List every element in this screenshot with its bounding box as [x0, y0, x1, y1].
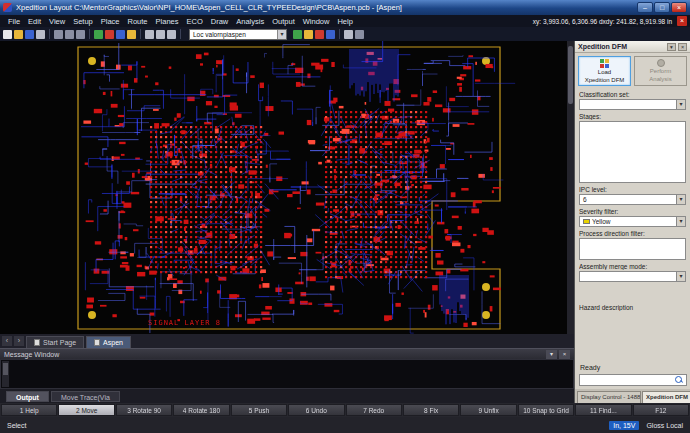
ipc-level-value: 6 [583, 196, 587, 203]
scrollbar-thumb[interactable] [568, 46, 573, 104]
chevron-down-icon[interactable]: ▾ [277, 30, 286, 39]
fkey-1-help[interactable]: 1 Help [1, 404, 57, 416]
menu-item-window[interactable]: Window [299, 17, 334, 26]
print-icon[interactable] [36, 30, 45, 39]
tab-scroll-left-icon[interactable]: ‹ [2, 336, 12, 346]
route-mode-icon[interactable] [167, 30, 176, 39]
menu-item-draw[interactable]: Draw [207, 17, 233, 26]
fkey-6-undo[interactable]: 6 Undo [288, 404, 344, 416]
window-title: Xpedition Layout C:\MentorGraphics\Valor… [16, 3, 637, 12]
pcb-design-canvas[interactable]: SIGNAL LAYER 8 [0, 41, 567, 334]
fkey-8-fix[interactable]: 8 Fix [403, 404, 459, 416]
search-icon[interactable] [675, 376, 684, 385]
undo-icon[interactable] [94, 30, 103, 39]
tab-scroll-right-icon[interactable]: › [14, 336, 24, 346]
menu-item-planes[interactable]: Planes [152, 17, 183, 26]
redo-icon[interactable] [105, 30, 114, 39]
fkey-2-move[interactable]: 2 Move [58, 404, 114, 416]
select-mode-icon[interactable] [145, 30, 154, 39]
fkey-11-find[interactable]: 11 Find... [575, 404, 631, 416]
chevron-down-icon[interactable]: ▾ [676, 195, 685, 204]
severity-filter-combo[interactable]: Yellow ▾ [579, 216, 686, 227]
menu-item-help[interactable]: Help [333, 17, 356, 26]
fkey-5-push[interactable]: 5 Push [231, 404, 287, 416]
message-window-title: Message Window [4, 351, 59, 358]
dfm-action-buttons: Load Xpedition DFM Perform Analysis [575, 53, 690, 88]
stages-listbox[interactable] [579, 121, 686, 183]
tab-xpedition-dfm[interactable]: Xpedition DFM [642, 391, 690, 403]
new-file-icon[interactable] [3, 30, 12, 39]
classification-set-combo[interactable]: ▾ [579, 99, 686, 110]
paste-icon[interactable] [76, 30, 85, 39]
pcb-render-surface[interactable] [0, 41, 567, 334]
document-tab-bar: ‹ › Start Page Aspen [0, 334, 574, 348]
tab-aspen[interactable]: Aspen [86, 336, 131, 348]
fkey-3-rotate-90[interactable]: 3 Rotate 90 [116, 404, 172, 416]
location-combo[interactable]: Loc valornpiaspen ▾ [189, 29, 287, 40]
close-button[interactable]: × [671, 2, 687, 13]
severity-filter-label: Severity filter: [579, 208, 686, 215]
ipc-level-combo[interactable]: 6 ▾ [579, 194, 686, 205]
open-icon[interactable] [14, 30, 23, 39]
tab-move-trace[interactable]: Move Trace(Via [51, 391, 120, 402]
dfm-search-box[interactable] [579, 374, 687, 386]
save-icon[interactable] [25, 30, 34, 39]
message-window-tab-bar: Output Move Trace(Via [0, 389, 574, 403]
zoom-in-icon[interactable] [116, 30, 125, 39]
maximize-button[interactable]: □ [654, 2, 670, 13]
zoom-out-icon[interactable] [127, 30, 136, 39]
menu-item-file[interactable]: File [4, 17, 24, 26]
via-icon[interactable] [326, 30, 335, 39]
units-badge: In, 15V [609, 421, 639, 430]
button-label: Perform [650, 68, 671, 75]
dfm-search-input[interactable] [580, 375, 675, 385]
move-mode-icon[interactable] [156, 30, 165, 39]
fkey-f12[interactable]: F12 [633, 404, 689, 416]
layer-label: SIGNAL LAYER 8 [148, 319, 221, 327]
close-icon[interactable]: × [678, 43, 687, 51]
minimize-button[interactable]: – [637, 2, 653, 13]
grid-toggle-icon[interactable] [344, 30, 353, 39]
menu-item-place[interactable]: Place [97, 17, 124, 26]
assembly-merge-mode-combo[interactable]: ▾ [579, 271, 686, 282]
toolbar-separator [180, 29, 181, 39]
dfm-toolbar-icon[interactable] [315, 30, 324, 39]
menu-item-edit[interactable]: Edit [24, 17, 45, 26]
menu-item-route[interactable]: Route [124, 17, 152, 26]
chevron-down-icon[interactable]: ▾ [546, 350, 557, 359]
close-icon[interactable]: × [559, 350, 570, 359]
process-direction-listbox[interactable] [579, 238, 686, 260]
layers-icon[interactable] [304, 30, 313, 39]
load-xpedition-dfm-button[interactable]: Load Xpedition DFM [578, 56, 631, 86]
fkey-4-rotate-180[interactable]: 4 Rotate 180 [173, 404, 229, 416]
fkey-10-snap-to-grid[interactable]: 10 Snap to Grid [518, 404, 574, 416]
button-label: Load [598, 69, 611, 76]
perform-analysis-button[interactable]: Perform Analysis [634, 56, 687, 86]
drc-icon[interactable] [293, 30, 302, 39]
chevron-down-icon[interactable]: ▾ [667, 43, 676, 51]
chevron-down-icon[interactable]: ▾ [676, 100, 685, 109]
gloss-status: Gloss Local [646, 422, 683, 429]
document-close-icon[interactable]: × [677, 16, 687, 26]
fkey-9-unfix[interactable]: 9 Unfix [460, 404, 516, 416]
menu-item-output[interactable]: Output [268, 17, 299, 26]
message-window-scrollbar[interactable] [2, 361, 9, 387]
canvas-vertical-scrollbar[interactable] [567, 41, 574, 334]
tab-output[interactable]: Output [6, 391, 49, 402]
tab-display-control[interactable]: Display Control - 14881ite [577, 391, 641, 403]
fkey-7-redo[interactable]: 7 Redo [346, 404, 402, 416]
measure-icon[interactable] [355, 30, 364, 39]
dfm-panel-title: Xpedition DFM [578, 43, 627, 50]
message-window-content[interactable] [0, 359, 574, 389]
chevron-down-icon[interactable]: ▾ [676, 217, 685, 226]
menu-item-eco[interactable]: ECO [182, 17, 206, 26]
scrollbar-thumb[interactable] [3, 363, 8, 375]
tab-start-page[interactable]: Start Page [26, 336, 84, 348]
menu-item-view[interactable]: View [45, 17, 69, 26]
menu-item-analysis[interactable]: Analysis [232, 17, 268, 26]
menu-item-setup[interactable]: Setup [69, 17, 97, 26]
page-icon [94, 339, 100, 346]
chevron-down-icon[interactable]: ▾ [676, 272, 685, 281]
copy-icon[interactable] [65, 30, 74, 39]
cut-icon[interactable] [54, 30, 63, 39]
